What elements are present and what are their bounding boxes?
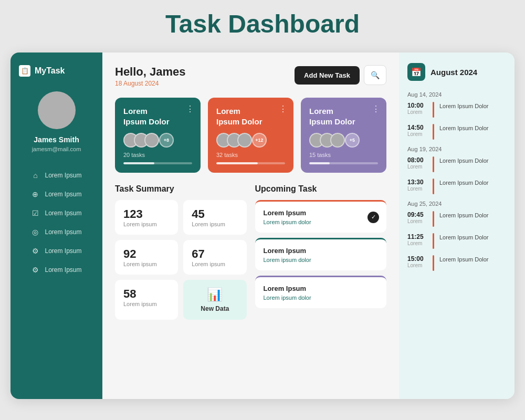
sidebar-nav-item[interactable]: ◎ Lorem Ipsum <box>26 224 87 240</box>
add-task-button[interactable]: Add New Task <box>295 66 360 85</box>
schedule-bar <box>433 233 434 249</box>
schedule-bar <box>433 211 434 227</box>
nav-icon: ⚙ <box>31 247 39 255</box>
summary-number: 58 <box>123 287 170 301</box>
schedule-bar <box>433 178 434 194</box>
date-group-label: Aug 19, 2024 <box>407 146 506 152</box>
user-name: James Smith <box>34 135 79 144</box>
sidebar-nav-item[interactable]: ⊕ Lorem Ipsum <box>26 186 87 203</box>
card-avatars: +5 <box>309 133 378 148</box>
app-container: 📋 MyTask James Smith jamesm@mail.com ⌂ L… <box>10 52 514 399</box>
schedule-desc: Lorem Ipsum Dolor <box>439 156 489 164</box>
card-menu-icon[interactable]: ⋮ <box>186 104 194 114</box>
schedule-sub: Lorem <box>407 262 427 268</box>
sidebar-nav-item[interactable]: ☑ Lorem Ipsum <box>26 205 87 222</box>
upcoming-tasks: Upcoming Task Lorem Ipsum Lorem ipsum do… <box>255 184 387 320</box>
schedule-time: 09:45 <box>407 211 427 218</box>
schedule-time: 10:00 <box>407 102 427 109</box>
summary-card: 58 Lorem ipsum <box>115 280 178 320</box>
schedule-time-block: 09:45 Lorem <box>407 211 427 224</box>
card-avatars: +8 <box>123 133 192 148</box>
schedule-desc: Lorem Ipsum Dolor <box>439 211 489 218</box>
summary-number: 67 <box>192 247 238 261</box>
sidebar-nav-item[interactable]: ⚙ Lorem Ipsum <box>26 261 87 278</box>
sidebar-nav-item[interactable]: ⌂ Lorem Ipsum <box>26 167 87 184</box>
schedule-desc: Lorem Ipsum Dolor <box>439 102 489 109</box>
card-avatar-count: +8 <box>159 133 174 148</box>
schedule-item: 15:00 Lorem Lorem Ipsum Dolor <box>407 255 506 271</box>
schedule-bar <box>433 102 434 118</box>
summary-card-special[interactable]: 📊 New Data <box>183 280 246 320</box>
card-avatar-count: +12 <box>252 133 267 148</box>
upcoming-tasks-title: Upcoming Task <box>255 184 387 194</box>
schedule-item: 08:00 Lorem Lorem Ipsum Dolor <box>407 156 506 172</box>
project-card: ⋮ LoremIpsum Dolor +8 20 tasks <box>115 98 201 173</box>
schedule-time-block: 14:50 Lorem <box>407 124 427 137</box>
summary-label: Lorem ipsum <box>123 221 170 227</box>
nav-icon: ⚙ <box>31 266 39 274</box>
new-data-label: New Data <box>201 305 229 312</box>
schedule-sub: Lorem <box>407 131 427 137</box>
schedule-time: 11:25 <box>407 233 427 240</box>
schedule-time: 14:50 <box>407 124 427 131</box>
card-title: LoremIpsum Dolor <box>123 106 192 127</box>
upcoming-item-title: Lorem Ipsum <box>264 247 379 255</box>
schedule-bar <box>433 255 434 271</box>
summary-grid: 123 Lorem ipsum 45 Lorem ipsum 92 Lorem … <box>115 200 247 320</box>
nav-label: Lorem Ipsum <box>45 172 81 179</box>
summary-number: 92 <box>123 247 170 261</box>
card-title: LoremIpsum Dolor <box>309 106 378 127</box>
greeting-date: 18 August 2024 <box>115 80 186 87</box>
schedule-desc: Lorem Ipsum Dolor <box>439 233 489 240</box>
nav-icon: ⊕ <box>31 190 39 198</box>
nav-menu: ⌂ Lorem Ipsum ⊕ Lorem Ipsum ☑ Lorem Ipsu… <box>26 167 87 280</box>
summary-card: 92 Lorem ipsum <box>115 240 178 275</box>
project-card: ⋮ LoremIpsum Dolor +5 15 tasks <box>301 98 386 173</box>
sidebar-nav-item[interactable]: ⚙ Lorem Ipsum <box>26 243 87 259</box>
schedule-time-block: 11:25 Lorem <box>407 233 427 246</box>
upcoming-item-title: Lorem Ipsum <box>264 285 379 292</box>
summary-number: 123 <box>123 207 170 221</box>
main-content: Hello, James 18 August 2024 Add New Task… <box>102 52 399 399</box>
summary-number: 45 <box>192 207 238 221</box>
project-cards: ⋮ LoremIpsum Dolor +8 20 tasks ⋮ LoremIp… <box>115 98 386 173</box>
card-progress <box>123 162 192 164</box>
card-avatar-count: +5 <box>345 133 360 148</box>
summary-label: Lorem ipsum <box>192 261 238 267</box>
schedule-time: 08:00 <box>407 156 427 164</box>
task-summary: Task Summary 123 Lorem ipsum 45 Lorem ip… <box>115 184 247 320</box>
search-button[interactable]: 🔍 <box>364 65 386 85</box>
card-menu-icon[interactable]: ⋮ <box>279 104 287 114</box>
card-progress-bar <box>309 162 330 164</box>
schedule-desc: Lorem Ipsum Dolor <box>439 255 489 262</box>
nav-label: Lorem Ipsum <box>45 191 81 198</box>
nav-label: Lorem Ipsum <box>45 228 81 236</box>
schedule-time-block: 15:00 Lorem <box>407 255 427 268</box>
schedule-desc: Lorem Ipsum Dolor <box>439 124 489 131</box>
schedule-sub: Lorem <box>407 109 427 115</box>
schedule-item: 09:45 Lorem Lorem Ipsum Dolor <box>407 211 506 227</box>
card-progress-bar <box>216 162 258 164</box>
card-title: LoremIpsum Dolor <box>216 106 285 127</box>
card-avatar <box>144 133 159 148</box>
schedule-sub: Lorem <box>407 186 427 192</box>
card-progress <box>309 162 378 164</box>
nav-icon: ⌂ <box>31 171 39 180</box>
schedule-desc: Lorem Ipsum Dolor <box>439 178 489 186</box>
upcoming-item-subtitle: Lorem ipsum dolor <box>264 295 379 301</box>
schedule-item: 13:30 Lorem Lorem Ipsum Dolor <box>407 178 506 194</box>
card-progress <box>216 162 285 164</box>
card-avatars: +12 <box>216 133 285 148</box>
card-menu-icon[interactable]: ⋮ <box>372 104 380 114</box>
card-progress-bar <box>123 162 154 164</box>
sidebar: 📋 MyTask James Smith jamesm@mail.com ⌂ L… <box>10 52 102 399</box>
calendar-month: August 2024 <box>430 68 477 77</box>
check-icon[interactable]: ✓ <box>368 212 379 223</box>
schedule-time-block: 13:30 Lorem <box>407 178 427 192</box>
task-summary-title: Task Summary <box>115 184 247 194</box>
logo-text: MyTask <box>35 66 65 76</box>
right-panel: 📅 August 2024 Aug 14, 2024 10:00 Lorem L… <box>399 52 514 399</box>
upcoming-item: Lorem Ipsum Lorem ipsum dolor <box>255 276 387 308</box>
main-header: Hello, James 18 August 2024 Add New Task… <box>115 65 386 87</box>
user-email: jamesm@mail.com <box>32 146 81 152</box>
